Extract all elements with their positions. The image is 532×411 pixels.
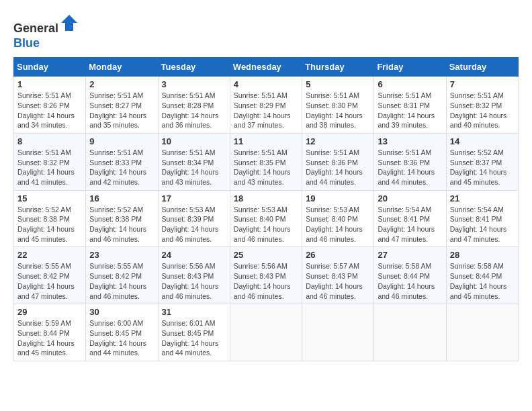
day-number: 27 [378,250,442,260]
day-number: 12 [306,136,370,146]
sunset-label: Sunset: 8:26 PM [17,101,70,109]
sunrise-label: Sunrise: 5:55 AM [17,262,71,270]
sunrise-label: Sunrise: 5:51 AM [162,91,216,99]
daylight-label: Daylight: 14 hours [162,339,219,347]
sunrise-label: Sunrise: 5:51 AM [89,91,143,99]
day-info: Sunrise: 5:56 AM Sunset: 8:43 PM Dayligh… [234,261,298,301]
calendar-cell: 2 Sunrise: 5:51 AM Sunset: 8:27 PM Dayli… [86,77,158,134]
daylight-minutes: and 44 minutes. [306,178,356,186]
col-header-thursday: Thursday [302,58,374,77]
sunset-label: Sunset: 8:42 PM [89,272,142,280]
daylight-minutes: and 45 minutes. [17,349,68,357]
calendar-cell [446,304,518,361]
sunrise-label: Sunrise: 5:51 AM [17,148,71,156]
daylight-label: Daylight: 14 hours [162,111,219,120]
col-header-monday: Monday [86,58,158,77]
calendar-cell: 14 Sunrise: 5:52 AM Sunset: 8:37 PM Dayl… [446,133,518,190]
day-number: 14 [450,136,515,146]
daylight-minutes: and 47 minutes. [450,235,500,243]
day-number: 30 [89,307,154,317]
day-number: 9 [89,136,154,146]
calendar-cell: 7 Sunrise: 5:51 AM Sunset: 8:32 PM Dayli… [446,77,518,134]
daylight-minutes: and 35 minutes. [89,121,140,129]
day-info: Sunrise: 5:51 AM Sunset: 8:36 PM Dayligh… [378,148,442,187]
day-number: 2 [89,79,154,89]
calendar-cell: 3 Sunrise: 5:51 AM Sunset: 8:28 PM Dayli… [158,77,230,134]
sunset-label: Sunset: 8:32 PM [17,158,70,167]
day-info: Sunrise: 5:55 AM Sunset: 8:42 PM Dayligh… [89,261,154,301]
calendar-week-2: 8 Sunrise: 5:51 AM Sunset: 8:32 PM Dayli… [14,133,519,190]
daylight-label: Daylight: 14 hours [306,225,363,233]
sunrise-label: Sunrise: 5:56 AM [162,262,216,270]
daylight-minutes: and 46 minutes. [378,292,428,300]
calendar-table: SundayMondayTuesdayWednesdayThursdayFrid… [13,57,519,361]
calendar-week-1: 1 Sunrise: 5:51 AM Sunset: 8:26 PM Dayli… [14,77,519,134]
calendar-cell: 23 Sunrise: 5:55 AM Sunset: 8:42 PM Dayl… [86,247,158,304]
day-info: Sunrise: 5:51 AM Sunset: 8:26 PM Dayligh… [17,91,82,130]
day-number: 22 [17,250,82,260]
daylight-minutes: and 37 minutes. [234,121,284,129]
sunset-label: Sunset: 8:41 PM [378,215,430,223]
day-info: Sunrise: 5:53 AM Sunset: 8:40 PM Dayligh… [306,205,370,244]
day-number: 25 [234,250,298,260]
day-info: Sunrise: 5:51 AM Sunset: 8:32 PM Dayligh… [17,148,82,187]
daylight-label: Daylight: 14 hours [17,339,75,347]
day-number: 6 [378,79,442,89]
calendar-cell: 31 Sunrise: 6:01 AM Sunset: 8:45 PM Dayl… [158,304,230,361]
day-info: Sunrise: 5:51 AM Sunset: 8:33 PM Dayligh… [89,148,154,187]
svg-marker-0 [61,15,77,31]
daylight-label: Daylight: 14 hours [89,168,146,176]
sunrise-label: Sunrise: 5:51 AM [378,148,431,156]
daylight-minutes: and 47 minutes. [17,292,68,300]
day-info: Sunrise: 5:51 AM Sunset: 8:36 PM Dayligh… [306,148,370,187]
day-info: Sunrise: 5:53 AM Sunset: 8:40 PM Dayligh… [234,205,298,244]
sunrise-label: Sunrise: 5:57 AM [306,262,359,270]
daylight-minutes: and 42 minutes. [89,178,140,186]
calendar-cell: 1 Sunrise: 5:51 AM Sunset: 8:26 PM Dayli… [14,77,86,134]
sunrise-label: Sunrise: 5:51 AM [378,91,431,99]
sunrise-label: Sunrise: 5:52 AM [17,205,71,214]
day-info: Sunrise: 5:58 AM Sunset: 8:44 PM Dayligh… [378,261,442,301]
day-info: Sunrise: 5:51 AM Sunset: 8:35 PM Dayligh… [234,148,298,187]
sunrise-label: Sunrise: 5:53 AM [306,205,359,214]
daylight-label: Daylight: 14 hours [450,111,507,120]
sunset-label: Sunset: 8:43 PM [162,272,214,280]
day-info: Sunrise: 5:54 AM Sunset: 8:41 PM Dayligh… [378,205,442,244]
sunrise-label: Sunrise: 6:00 AM [89,319,143,327]
day-number: 21 [450,193,515,203]
daylight-label: Daylight: 14 hours [450,168,507,176]
sunset-label: Sunset: 8:35 PM [234,158,286,167]
day-info: Sunrise: 5:51 AM Sunset: 8:32 PM Dayligh… [450,91,515,130]
day-info: Sunrise: 5:53 AM Sunset: 8:39 PM Dayligh… [162,205,226,244]
daylight-label: Daylight: 14 hours [234,225,291,233]
col-header-friday: Friday [374,58,446,77]
daylight-minutes: and 45 minutes. [450,292,500,300]
day-number: 28 [450,250,515,260]
sunrise-label: Sunrise: 5:54 AM [450,205,504,214]
calendar-cell: 18 Sunrise: 5:53 AM Sunset: 8:40 PM Dayl… [230,190,302,247]
calendar-cell: 11 Sunrise: 5:51 AM Sunset: 8:35 PM Dayl… [230,133,302,190]
calendar-cell: 24 Sunrise: 5:56 AM Sunset: 8:43 PM Dayl… [158,247,230,304]
daylight-minutes: and 46 minutes. [234,235,284,243]
daylight-minutes: and 43 minutes. [162,178,212,186]
calendar-cell: 15 Sunrise: 5:52 AM Sunset: 8:38 PM Dayl… [14,190,86,247]
day-info: Sunrise: 5:58 AM Sunset: 8:44 PM Dayligh… [450,261,515,301]
daylight-label: Daylight: 14 hours [17,111,75,120]
sunset-label: Sunset: 8:37 PM [450,158,502,167]
daylight-minutes: and 44 minutes. [89,349,140,357]
daylight-label: Daylight: 14 hours [162,282,219,290]
daylight-minutes: and 45 minutes. [450,178,500,186]
logo-blue: Blue [13,36,40,50]
sunset-label: Sunset: 8:43 PM [234,272,286,280]
day-info: Sunrise: 5:56 AM Sunset: 8:43 PM Dayligh… [162,261,226,301]
day-number: 8 [17,136,82,146]
daylight-label: Daylight: 14 hours [306,168,363,176]
day-number: 20 [378,193,442,203]
daylight-label: Daylight: 14 hours [378,168,435,176]
daylight-minutes: and 39 minutes. [378,121,428,129]
day-number: 23 [89,250,154,260]
calendar-cell: 9 Sunrise: 5:51 AM Sunset: 8:33 PM Dayli… [86,133,158,190]
calendar-cell: 19 Sunrise: 5:53 AM Sunset: 8:40 PM Dayl… [302,190,374,247]
day-number: 16 [89,193,154,203]
sunset-label: Sunset: 8:36 PM [378,158,430,167]
